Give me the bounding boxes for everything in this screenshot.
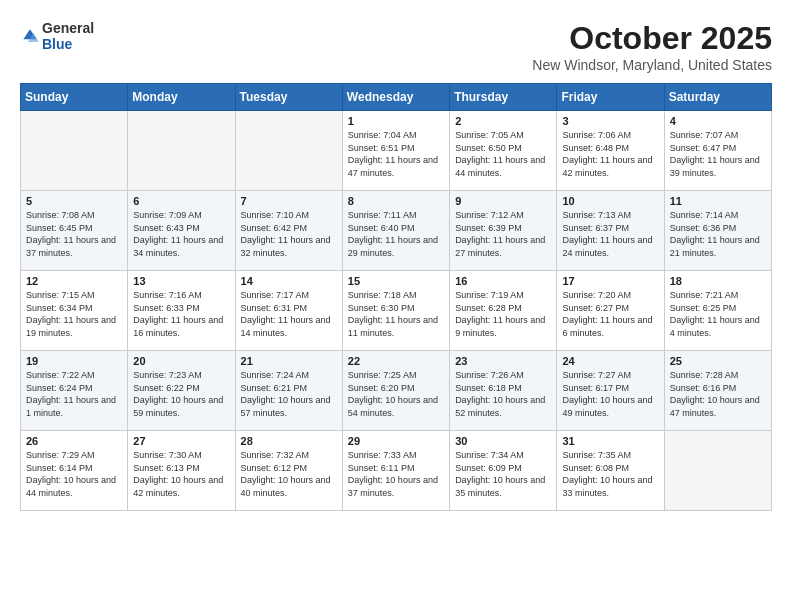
- day-info: Sunrise: 7:32 AM Sunset: 6:12 PM Dayligh…: [241, 449, 337, 499]
- calendar-cell: 4Sunrise: 7:07 AM Sunset: 6:47 PM Daylig…: [664, 111, 771, 191]
- day-number: 14: [241, 275, 337, 287]
- day-number: 19: [26, 355, 122, 367]
- day-info: Sunrise: 7:27 AM Sunset: 6:17 PM Dayligh…: [562, 369, 658, 419]
- day-info: Sunrise: 7:21 AM Sunset: 6:25 PM Dayligh…: [670, 289, 766, 339]
- calendar-cell: 3Sunrise: 7:06 AM Sunset: 6:48 PM Daylig…: [557, 111, 664, 191]
- calendar-cell: 27Sunrise: 7:30 AM Sunset: 6:13 PM Dayli…: [128, 431, 235, 511]
- day-number: 15: [348, 275, 444, 287]
- calendar-cell: 19Sunrise: 7:22 AM Sunset: 6:24 PM Dayli…: [21, 351, 128, 431]
- header-tuesday: Tuesday: [235, 84, 342, 111]
- header-monday: Monday: [128, 84, 235, 111]
- day-number: 6: [133, 195, 229, 207]
- day-info: Sunrise: 7:06 AM Sunset: 6:48 PM Dayligh…: [562, 129, 658, 179]
- day-info: Sunrise: 7:23 AM Sunset: 6:22 PM Dayligh…: [133, 369, 229, 419]
- calendar-cell: 29Sunrise: 7:33 AM Sunset: 6:11 PM Dayli…: [342, 431, 449, 511]
- location-title: New Windsor, Maryland, United States: [532, 57, 772, 73]
- day-info: Sunrise: 7:33 AM Sunset: 6:11 PM Dayligh…: [348, 449, 444, 499]
- calendar-cell: 25Sunrise: 7:28 AM Sunset: 6:16 PM Dayli…: [664, 351, 771, 431]
- calendar-cell: 1Sunrise: 7:04 AM Sunset: 6:51 PM Daylig…: [342, 111, 449, 191]
- calendar-cell: 30Sunrise: 7:34 AM Sunset: 6:09 PM Dayli…: [450, 431, 557, 511]
- day-number: 18: [670, 275, 766, 287]
- day-info: Sunrise: 7:05 AM Sunset: 6:50 PM Dayligh…: [455, 129, 551, 179]
- day-number: 4: [670, 115, 766, 127]
- day-info: Sunrise: 7:25 AM Sunset: 6:20 PM Dayligh…: [348, 369, 444, 419]
- header-friday: Friday: [557, 84, 664, 111]
- logo-icon: [20, 26, 40, 46]
- day-number: 24: [562, 355, 658, 367]
- day-info: Sunrise: 7:17 AM Sunset: 6:31 PM Dayligh…: [241, 289, 337, 339]
- day-info: Sunrise: 7:22 AM Sunset: 6:24 PM Dayligh…: [26, 369, 122, 419]
- calendar-cell: 17Sunrise: 7:20 AM Sunset: 6:27 PM Dayli…: [557, 271, 664, 351]
- calendar-cell: 6Sunrise: 7:09 AM Sunset: 6:43 PM Daylig…: [128, 191, 235, 271]
- calendar-cell: 9Sunrise: 7:12 AM Sunset: 6:39 PM Daylig…: [450, 191, 557, 271]
- month-title: October 2025: [532, 20, 772, 57]
- day-number: 25: [670, 355, 766, 367]
- calendar-cell: 8Sunrise: 7:11 AM Sunset: 6:40 PM Daylig…: [342, 191, 449, 271]
- day-number: 30: [455, 435, 551, 447]
- day-number: 22: [348, 355, 444, 367]
- day-number: 23: [455, 355, 551, 367]
- day-number: 21: [241, 355, 337, 367]
- day-info: Sunrise: 7:09 AM Sunset: 6:43 PM Dayligh…: [133, 209, 229, 259]
- calendar-cell: 11Sunrise: 7:14 AM Sunset: 6:36 PM Dayli…: [664, 191, 771, 271]
- calendar-cell: [21, 111, 128, 191]
- calendar-cell: 12Sunrise: 7:15 AM Sunset: 6:34 PM Dayli…: [21, 271, 128, 351]
- day-number: 17: [562, 275, 658, 287]
- calendar-week-5: 26Sunrise: 7:29 AM Sunset: 6:14 PM Dayli…: [21, 431, 772, 511]
- calendar: Sunday Monday Tuesday Wednesday Thursday…: [20, 83, 772, 511]
- day-number: 1: [348, 115, 444, 127]
- day-number: 5: [26, 195, 122, 207]
- calendar-week-1: 1Sunrise: 7:04 AM Sunset: 6:51 PM Daylig…: [21, 111, 772, 191]
- day-number: 20: [133, 355, 229, 367]
- day-info: Sunrise: 7:24 AM Sunset: 6:21 PM Dayligh…: [241, 369, 337, 419]
- day-number: 3: [562, 115, 658, 127]
- day-info: Sunrise: 7:04 AM Sunset: 6:51 PM Dayligh…: [348, 129, 444, 179]
- calendar-cell: 23Sunrise: 7:26 AM Sunset: 6:18 PM Dayli…: [450, 351, 557, 431]
- title-section: October 2025 New Windsor, Maryland, Unit…: [532, 20, 772, 73]
- calendar-week-2: 5Sunrise: 7:08 AM Sunset: 6:45 PM Daylig…: [21, 191, 772, 271]
- day-number: 16: [455, 275, 551, 287]
- day-info: Sunrise: 7:14 AM Sunset: 6:36 PM Dayligh…: [670, 209, 766, 259]
- calendar-week-4: 19Sunrise: 7:22 AM Sunset: 6:24 PM Dayli…: [21, 351, 772, 431]
- header-wednesday: Wednesday: [342, 84, 449, 111]
- logo-blue: Blue: [42, 36, 94, 52]
- day-info: Sunrise: 7:20 AM Sunset: 6:27 PM Dayligh…: [562, 289, 658, 339]
- day-info: Sunrise: 7:29 AM Sunset: 6:14 PM Dayligh…: [26, 449, 122, 499]
- day-info: Sunrise: 7:35 AM Sunset: 6:08 PM Dayligh…: [562, 449, 658, 499]
- calendar-cell: 5Sunrise: 7:08 AM Sunset: 6:45 PM Daylig…: [21, 191, 128, 271]
- calendar-cell: 20Sunrise: 7:23 AM Sunset: 6:22 PM Dayli…: [128, 351, 235, 431]
- calendar-cell: 15Sunrise: 7:18 AM Sunset: 6:30 PM Dayli…: [342, 271, 449, 351]
- header-sunday: Sunday: [21, 84, 128, 111]
- header-thursday: Thursday: [450, 84, 557, 111]
- calendar-cell: 28Sunrise: 7:32 AM Sunset: 6:12 PM Dayli…: [235, 431, 342, 511]
- day-info: Sunrise: 7:08 AM Sunset: 6:45 PM Dayligh…: [26, 209, 122, 259]
- calendar-cell: 31Sunrise: 7:35 AM Sunset: 6:08 PM Dayli…: [557, 431, 664, 511]
- calendar-cell: [128, 111, 235, 191]
- day-number: 31: [562, 435, 658, 447]
- day-info: Sunrise: 7:16 AM Sunset: 6:33 PM Dayligh…: [133, 289, 229, 339]
- day-number: 10: [562, 195, 658, 207]
- calendar-cell: [664, 431, 771, 511]
- calendar-cell: 26Sunrise: 7:29 AM Sunset: 6:14 PM Dayli…: [21, 431, 128, 511]
- logo: General Blue: [20, 20, 94, 52]
- header-saturday: Saturday: [664, 84, 771, 111]
- calendar-cell: 14Sunrise: 7:17 AM Sunset: 6:31 PM Dayli…: [235, 271, 342, 351]
- logo-text: General Blue: [42, 20, 94, 52]
- day-info: Sunrise: 7:07 AM Sunset: 6:47 PM Dayligh…: [670, 129, 766, 179]
- calendar-cell: 2Sunrise: 7:05 AM Sunset: 6:50 PM Daylig…: [450, 111, 557, 191]
- day-number: 12: [26, 275, 122, 287]
- day-info: Sunrise: 7:11 AM Sunset: 6:40 PM Dayligh…: [348, 209, 444, 259]
- calendar-cell: 24Sunrise: 7:27 AM Sunset: 6:17 PM Dayli…: [557, 351, 664, 431]
- day-info: Sunrise: 7:30 AM Sunset: 6:13 PM Dayligh…: [133, 449, 229, 499]
- day-number: 26: [26, 435, 122, 447]
- day-number: 7: [241, 195, 337, 207]
- day-info: Sunrise: 7:28 AM Sunset: 6:16 PM Dayligh…: [670, 369, 766, 419]
- calendar-week-3: 12Sunrise: 7:15 AM Sunset: 6:34 PM Dayli…: [21, 271, 772, 351]
- day-number: 13: [133, 275, 229, 287]
- day-number: 28: [241, 435, 337, 447]
- day-info: Sunrise: 7:26 AM Sunset: 6:18 PM Dayligh…: [455, 369, 551, 419]
- weekday-header-row: Sunday Monday Tuesday Wednesday Thursday…: [21, 84, 772, 111]
- day-number: 9: [455, 195, 551, 207]
- day-number: 11: [670, 195, 766, 207]
- calendar-cell: [235, 111, 342, 191]
